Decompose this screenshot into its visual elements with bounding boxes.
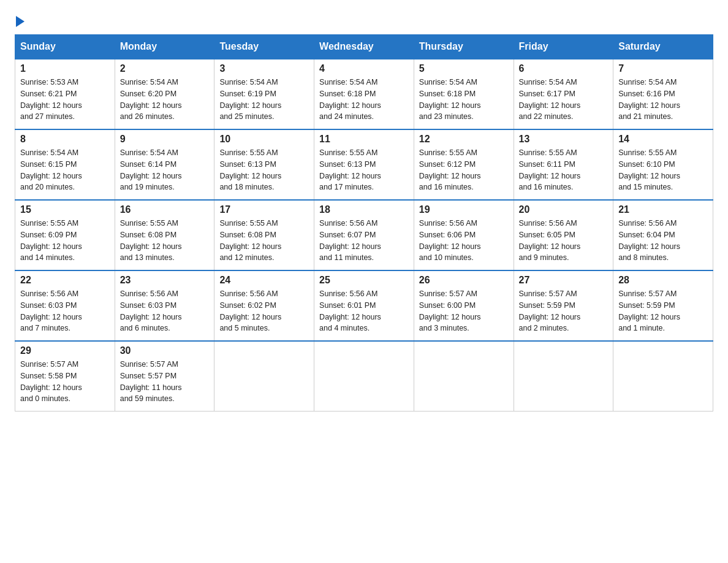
day-info: Sunrise: 5:57 AMSunset: 5:57 PMDaylight:… (120, 359, 210, 405)
day-number: 28 (618, 275, 708, 286)
day-info: Sunrise: 5:57 AMSunset: 5:59 PMDaylight:… (618, 288, 708, 334)
day-number: 21 (618, 204, 708, 215)
calendar-cell: 8Sunrise: 5:54 AMSunset: 6:15 PMDaylight… (15, 129, 115, 200)
day-number: 7 (618, 63, 708, 74)
weekday-header-friday: Friday (514, 35, 613, 59)
calendar-cell: 21Sunrise: 5:56 AMSunset: 6:04 PMDayligh… (613, 200, 713, 270)
weekday-header-wednesday: Wednesday (314, 35, 414, 59)
day-number: 4 (319, 63, 409, 74)
calendar-cell: 22Sunrise: 5:56 AMSunset: 6:03 PMDayligh… (15, 270, 115, 341)
weekday-header-thursday: Thursday (414, 35, 514, 59)
calendar-cell: 10Sunrise: 5:55 AMSunset: 6:13 PMDayligh… (214, 129, 314, 200)
day-info: Sunrise: 5:56 AMSunset: 6:07 PMDaylight:… (319, 218, 409, 264)
day-number: 2 (120, 63, 210, 74)
calendar-week-row: 8Sunrise: 5:54 AMSunset: 6:15 PMDaylight… (15, 129, 713, 200)
calendar-cell: 12Sunrise: 5:55 AMSunset: 6:12 PMDayligh… (414, 129, 514, 200)
day-info: Sunrise: 5:54 AMSunset: 6:16 PMDaylight:… (618, 77, 708, 123)
day-number: 22 (20, 275, 110, 286)
day-number: 1 (20, 63, 110, 74)
calendar-cell: 9Sunrise: 5:54 AMSunset: 6:14 PMDaylight… (115, 129, 214, 200)
day-number: 25 (319, 275, 409, 286)
day-info: Sunrise: 5:54 AMSunset: 6:15 PMDaylight:… (20, 147, 110, 193)
day-info: Sunrise: 5:53 AMSunset: 6:21 PMDaylight:… (20, 77, 110, 123)
day-number: 18 (319, 204, 409, 215)
day-info: Sunrise: 5:55 AMSunset: 6:13 PMDaylight:… (219, 147, 309, 193)
day-number: 17 (219, 204, 309, 215)
day-info: Sunrise: 5:57 AMSunset: 6:00 PMDaylight:… (419, 288, 509, 334)
day-info: Sunrise: 5:57 AMSunset: 5:59 PMDaylight:… (519, 288, 609, 334)
day-number: 23 (120, 275, 210, 286)
day-info: Sunrise: 5:56 AMSunset: 6:03 PMDaylight:… (120, 288, 210, 334)
calendar-week-row: 22Sunrise: 5:56 AMSunset: 6:03 PMDayligh… (15, 270, 713, 341)
calendar-cell: 18Sunrise: 5:56 AMSunset: 6:07 PMDayligh… (314, 200, 414, 270)
day-info: Sunrise: 5:54 AMSunset: 6:19 PMDaylight:… (219, 77, 309, 123)
calendar-cell: 20Sunrise: 5:56 AMSunset: 6:05 PMDayligh… (514, 200, 613, 270)
day-number: 15 (20, 204, 110, 215)
calendar-week-row: 29Sunrise: 5:57 AMSunset: 5:58 PMDayligh… (15, 341, 713, 412)
calendar-cell: 4Sunrise: 5:54 AMSunset: 6:18 PMDaylight… (314, 59, 414, 129)
day-info: Sunrise: 5:56 AMSunset: 6:06 PMDaylight:… (419, 218, 509, 264)
day-number: 26 (419, 275, 509, 286)
day-number: 16 (120, 204, 210, 215)
calendar-cell (414, 341, 514, 412)
day-info: Sunrise: 5:55 AMSunset: 6:10 PMDaylight:… (618, 147, 708, 193)
calendar-cell: 14Sunrise: 5:55 AMSunset: 6:10 PMDayligh… (613, 129, 713, 200)
day-info: Sunrise: 5:54 AMSunset: 6:18 PMDaylight:… (419, 77, 509, 123)
day-number: 12 (419, 134, 509, 145)
weekday-header-row: SundayMondayTuesdayWednesdayThursdayFrid… (15, 35, 713, 59)
weekday-header-sunday: Sunday (15, 35, 115, 59)
calendar-cell: 13Sunrise: 5:55 AMSunset: 6:11 PMDayligh… (514, 129, 613, 200)
day-info: Sunrise: 5:55 AMSunset: 6:08 PMDaylight:… (219, 218, 309, 264)
day-info: Sunrise: 5:56 AMSunset: 6:01 PMDaylight:… (319, 288, 409, 334)
weekday-header-monday: Monday (115, 35, 214, 59)
day-number: 9 (120, 134, 210, 145)
calendar-cell: 29Sunrise: 5:57 AMSunset: 5:58 PMDayligh… (15, 341, 115, 412)
day-info: Sunrise: 5:55 AMSunset: 6:13 PMDaylight:… (319, 147, 409, 193)
day-info: Sunrise: 5:56 AMSunset: 6:03 PMDaylight:… (20, 288, 110, 334)
day-number: 27 (519, 275, 609, 286)
day-number: 5 (419, 63, 509, 74)
calendar-cell: 24Sunrise: 5:56 AMSunset: 6:02 PMDayligh… (214, 270, 314, 341)
calendar-cell: 25Sunrise: 5:56 AMSunset: 6:01 PMDayligh… (314, 270, 414, 341)
day-number: 20 (519, 204, 609, 215)
day-info: Sunrise: 5:54 AMSunset: 6:18 PMDaylight:… (319, 77, 409, 123)
day-number: 11 (319, 134, 409, 145)
calendar-cell: 28Sunrise: 5:57 AMSunset: 5:59 PMDayligh… (613, 270, 713, 341)
day-info: Sunrise: 5:55 AMSunset: 6:09 PMDaylight:… (20, 218, 110, 264)
day-info: Sunrise: 5:54 AMSunset: 6:14 PMDaylight:… (120, 147, 210, 193)
calendar-cell: 7Sunrise: 5:54 AMSunset: 6:16 PMDaylight… (613, 59, 713, 129)
logo-arrow-icon (16, 16, 25, 27)
calendar-cell (314, 341, 414, 412)
calendar-cell (214, 341, 314, 412)
day-number: 29 (20, 345, 110, 356)
calendar-cell: 3Sunrise: 5:54 AMSunset: 6:19 PMDaylight… (214, 59, 314, 129)
day-info: Sunrise: 5:56 AMSunset: 6:02 PMDaylight:… (219, 288, 309, 334)
day-info: Sunrise: 5:57 AMSunset: 5:58 PMDaylight:… (20, 359, 110, 405)
day-number: 6 (519, 63, 609, 74)
day-number: 8 (20, 134, 110, 145)
day-number: 13 (519, 134, 609, 145)
day-number: 14 (618, 134, 708, 145)
calendar-cell: 1Sunrise: 5:53 AMSunset: 6:21 PMDaylight… (15, 59, 115, 129)
calendar-cell: 30Sunrise: 5:57 AMSunset: 5:57 PMDayligh… (115, 341, 214, 412)
calendar-table: SundayMondayTuesdayWednesdayThursdayFrid… (15, 34, 713, 412)
day-info: Sunrise: 5:54 AMSunset: 6:17 PMDaylight:… (519, 77, 609, 123)
calendar-cell: 16Sunrise: 5:55 AMSunset: 6:08 PMDayligh… (115, 200, 214, 270)
day-number: 30 (120, 345, 210, 356)
calendar-cell (514, 341, 613, 412)
weekday-header-saturday: Saturday (613, 35, 713, 59)
calendar-cell: 23Sunrise: 5:56 AMSunset: 6:03 PMDayligh… (115, 270, 214, 341)
weekday-header-tuesday: Tuesday (214, 35, 314, 59)
calendar-cell: 26Sunrise: 5:57 AMSunset: 6:00 PMDayligh… (414, 270, 514, 341)
calendar-cell: 19Sunrise: 5:56 AMSunset: 6:06 PMDayligh… (414, 200, 514, 270)
calendar-cell: 6Sunrise: 5:54 AMSunset: 6:17 PMDaylight… (514, 59, 613, 129)
day-info: Sunrise: 5:55 AMSunset: 6:08 PMDaylight:… (120, 218, 210, 264)
calendar-cell: 15Sunrise: 5:55 AMSunset: 6:09 PMDayligh… (15, 200, 115, 270)
calendar-cell: 17Sunrise: 5:55 AMSunset: 6:08 PMDayligh… (214, 200, 314, 270)
day-info: Sunrise: 5:56 AMSunset: 6:05 PMDaylight:… (519, 218, 609, 264)
day-number: 24 (219, 275, 309, 286)
day-number: 3 (219, 63, 309, 74)
page-header (15, 15, 713, 25)
day-info: Sunrise: 5:55 AMSunset: 6:11 PMDaylight:… (519, 147, 609, 193)
day-info: Sunrise: 5:55 AMSunset: 6:12 PMDaylight:… (419, 147, 509, 193)
